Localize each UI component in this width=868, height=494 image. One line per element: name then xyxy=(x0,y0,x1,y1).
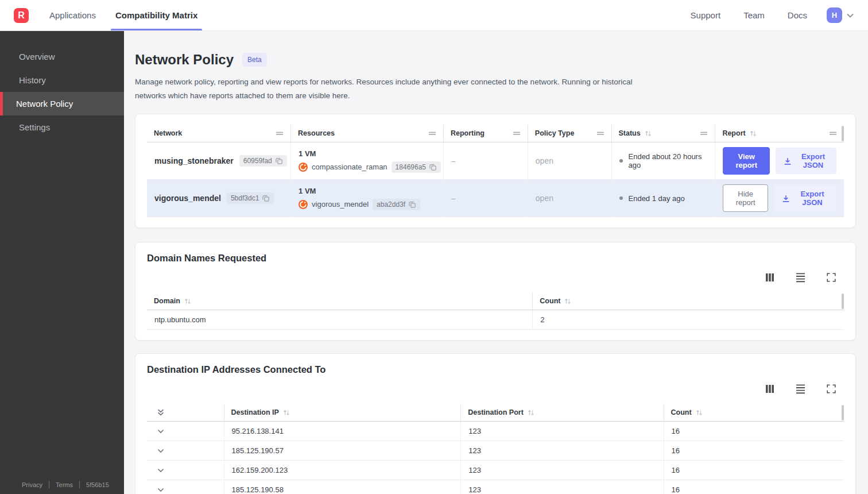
count-cell: 16 xyxy=(664,461,844,480)
sidebar-footer: Privacy Terms 5f56b15 xyxy=(0,481,124,488)
beta-badge: Beta xyxy=(242,53,267,67)
resources-count: 1 VM xyxy=(299,149,316,158)
table-toolbar xyxy=(147,264,844,292)
scrollbar[interactable] xyxy=(842,294,844,309)
column-header-policy-type: Policy Type xyxy=(528,125,611,142)
column-menu-icon[interactable] xyxy=(513,130,521,137)
export-json-button[interactable]: Export JSON xyxy=(776,148,836,174)
column-header-network: Network xyxy=(147,125,290,142)
columns-icon[interactable] xyxy=(765,384,774,393)
copy-icon[interactable] xyxy=(262,194,270,202)
chevron-down-icon[interactable] xyxy=(157,427,165,435)
expand-row-cell xyxy=(147,441,224,460)
sidebar-item-history[interactable]: History xyxy=(0,68,124,92)
card-title: Domain Names Requested xyxy=(147,253,844,264)
vm-hash-pill[interactable]: 184696a5 xyxy=(392,161,441,173)
network-cell: musing_stonebraker 60959fad xyxy=(147,142,290,179)
status-text: Ended about 20 hours ago xyxy=(629,152,708,169)
sidebar-item-network-policy[interactable]: Network Policy xyxy=(0,92,124,115)
ip-table-row: 162.159.200.123 123 16 xyxy=(147,461,844,480)
avatar[interactable]: H xyxy=(827,7,842,23)
top-navbar: R Applications Compatibility Matrix Supp… xyxy=(0,0,868,31)
download-icon xyxy=(781,194,790,203)
table-toolbar xyxy=(147,375,844,404)
nav-tab-applications[interactable]: Applications xyxy=(49,0,96,30)
column-header-destination-port: Destination Port xyxy=(460,404,663,421)
scrollbar[interactable] xyxy=(842,126,844,141)
column-menu-icon[interactable] xyxy=(700,130,708,137)
sort-arrows-icon[interactable] xyxy=(695,409,703,416)
chevron-down-icon[interactable] xyxy=(157,466,165,474)
scrollbar[interactable] xyxy=(842,405,844,420)
card-title: Destination IP Addresses Connected To xyxy=(147,364,844,375)
column-header-report: Report xyxy=(715,125,844,142)
column-menu-icon[interactable] xyxy=(596,130,604,137)
sort-arrows-icon[interactable] xyxy=(644,130,652,137)
domain-table-header: Domain Count xyxy=(147,292,844,310)
rows-icon[interactable] xyxy=(796,384,805,394)
network-hash-pill[interactable]: 60959fad xyxy=(239,155,287,167)
export-json-button[interactable]: Export JSON xyxy=(774,185,836,211)
column-header-domain: Domain xyxy=(147,292,532,310)
sort-arrows-icon[interactable] xyxy=(184,298,192,304)
domain-table-row: ntp.ubuntu.com 2 xyxy=(147,310,844,330)
report-cell: View report Export JSON xyxy=(715,142,844,179)
ip-cell: 185.125.190.57 xyxy=(224,441,461,460)
copy-icon[interactable] xyxy=(275,157,283,165)
rows-icon[interactable] xyxy=(796,272,805,283)
vm-name: vigorous_mendel xyxy=(312,200,369,209)
domain-cell: ntp.ubuntu.com xyxy=(147,310,532,329)
columns-icon[interactable] xyxy=(765,273,774,282)
reporting-cell: – xyxy=(443,142,528,179)
count-cell: 16 xyxy=(664,480,844,494)
column-menu-icon[interactable] xyxy=(829,130,837,137)
sort-arrows-icon[interactable] xyxy=(749,130,757,137)
sidebar-item-overview[interactable]: Overview xyxy=(0,45,124,68)
nav-link-team[interactable]: Team xyxy=(743,10,765,20)
chevron-down-icon[interactable] xyxy=(157,486,165,494)
copy-icon[interactable] xyxy=(408,200,416,209)
column-header-count: Count xyxy=(664,404,844,421)
fullscreen-icon[interactable] xyxy=(827,384,836,393)
privacy-link[interactable]: Privacy xyxy=(22,481,42,488)
user-menu-button[interactable]: H xyxy=(827,7,854,23)
domain-names-card: Domain Names Requested Domain Count ntp.… xyxy=(135,242,856,341)
app-logo[interactable]: R xyxy=(14,8,29,23)
network-table: Network Resources Reporting Policy Type … xyxy=(147,125,844,217)
sidebar: Overview History Network Policy Settings… xyxy=(0,31,124,494)
ip-cell: 162.159.200.123 xyxy=(224,461,461,480)
chevron-down-icon[interactable] xyxy=(846,11,854,20)
port-cell: 123 xyxy=(460,461,663,480)
column-menu-icon[interactable] xyxy=(276,130,284,137)
copy-icon[interactable] xyxy=(429,163,437,171)
resources-count: 1 VM xyxy=(299,187,316,195)
network-hash-pill[interactable]: 5bdf3dc1 xyxy=(227,192,274,204)
main-content: Network Policy Beta Manage network polic… xyxy=(124,0,868,494)
ip-cell: 95.216.138.141 xyxy=(224,422,461,441)
hide-report-button[interactable]: Hide report xyxy=(723,184,768,212)
fullscreen-icon[interactable] xyxy=(827,273,836,282)
sort-arrows-icon[interactable] xyxy=(564,298,572,304)
sidebar-item-settings[interactable]: Settings xyxy=(0,115,124,139)
column-header-status: Status xyxy=(611,125,715,142)
terms-link[interactable]: Terms xyxy=(56,481,73,488)
sort-arrows-icon[interactable] xyxy=(527,409,535,416)
chevron-down-icon[interactable] xyxy=(157,447,165,455)
vm-hash-pill[interactable]: aba2dd3f xyxy=(373,199,420,210)
nav-tab-compatibility-matrix[interactable]: Compatibility Matrix xyxy=(115,0,197,30)
sort-arrows-icon[interactable] xyxy=(282,409,290,416)
nav-link-support[interactable]: Support xyxy=(691,10,721,20)
report-cell: Hide report Export JSON xyxy=(715,180,844,217)
expand-all-header xyxy=(147,404,224,421)
expand-row-cell xyxy=(147,422,224,441)
column-menu-icon[interactable] xyxy=(428,130,436,137)
double-chevron-down-icon[interactable] xyxy=(157,408,165,416)
expand-row-cell xyxy=(147,461,224,480)
ip-table-row: 185.125.190.57 123 16 xyxy=(147,441,844,461)
port-cell: 123 xyxy=(460,480,663,494)
status-cell: Ended about 20 hours ago xyxy=(611,142,715,179)
column-header-reporting: Reporting xyxy=(443,125,528,142)
column-header-count: Count xyxy=(532,292,844,310)
view-report-button[interactable]: View report xyxy=(723,147,770,175)
nav-link-docs[interactable]: Docs xyxy=(788,10,807,20)
